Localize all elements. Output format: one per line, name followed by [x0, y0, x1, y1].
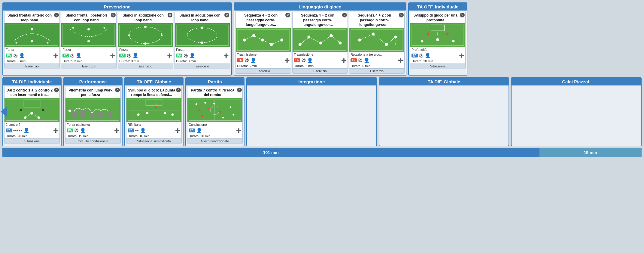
- svg-point-27: [252, 34, 255, 37]
- section-header-ta-dif-globale: TA DIF. Globale: [379, 78, 509, 85]
- section-header-prevenzione: Prevenzione: [3, 3, 231, 11]
- section-cards-ta-off-globale: ✕ Sviluppo di gioco: La punta rompe la l…: [125, 85, 183, 145]
- card-footer-tog1: Situazione semplificata: [126, 138, 181, 144]
- svg-point-90: [171, 113, 174, 116]
- add-icon-toi1[interactable]: ➕: [459, 53, 464, 58]
- svg-rect-0: [5, 23, 59, 47]
- card-image-p4: [175, 23, 230, 47]
- badge-ta-tdi1: TA: [6, 129, 12, 132]
- svg-point-67: [30, 112, 33, 115]
- person-icon-tdi1: 👤: [23, 128, 29, 133]
- add-icon-l1[interactable]: ➕: [284, 58, 290, 63]
- bottom-row: TA DIF. Individuale ✕ Dal 2 contro 1 al …: [2, 77, 642, 146]
- add-icon-p4[interactable]: ➕: [223, 53, 229, 58]
- badge-te-l1: TE: [237, 58, 243, 62]
- svg-point-68: [24, 116, 26, 119]
- card-badges-tog1: TA ●● 👤 ➕: [126, 127, 181, 134]
- card-footer-perf1: Circuito condizionale: [65, 138, 120, 144]
- badge-pa-perf1: PA: [67, 129, 73, 132]
- svg-point-97: [204, 102, 206, 104]
- section-header-performance: Performance: [64, 78, 122, 85]
- svg-point-59: [427, 33, 429, 35]
- svg-point-100: [207, 108, 209, 110]
- svg-point-48: [358, 39, 361, 42]
- svg-rect-6: [61, 23, 116, 47]
- section-header-ta-dif-individuale: TA DIF. Individuale: [3, 78, 61, 85]
- card-l3: ✕ Sequenza 4 + 2 con passaggio corto-lun…: [349, 12, 405, 74]
- card-label-p3: Forza: [118, 47, 173, 52]
- close-btn-l2[interactable]: ✕: [342, 13, 347, 17]
- section-header-ta-off-globale: TA OFF. Globale: [125, 78, 183, 85]
- svg-point-69: [38, 116, 40, 119]
- close-btn-p1[interactable]: ✕: [54, 13, 59, 17]
- section-calci-piazzati: Calci Piazzati: [511, 77, 642, 146]
- card-tdi1: ✕ Dal 2 contro 1 al 2 contro 2 con inser…: [4, 87, 60, 144]
- person-icon-l1: 👤: [250, 57, 256, 63]
- svg-point-2: [31, 40, 33, 42]
- add-icon-l2[interactable]: ➕: [341, 58, 346, 63]
- svg-point-8: [87, 28, 90, 30]
- card-duration-p1: Durata: 3 min: [5, 59, 59, 64]
- svg-point-87: [146, 112, 148, 114]
- card-title-tog1: Sviluppo di gioco: La punta rompe la lin…: [126, 87, 181, 98]
- section-prevenzione: Prevenzione ✕ Slanci frontali anterio co…: [2, 2, 232, 76]
- badge-pa-p3: PA: [119, 54, 126, 57]
- add-icon-p3[interactable]: ➕: [167, 53, 172, 58]
- add-icon-p1[interactable]: ➕: [53, 53, 58, 58]
- section-body-integrazione: [247, 85, 376, 146]
- close-btn-p2[interactable]: ✕: [111, 13, 116, 17]
- section-ta-off-globale: TA OFF. Globale ✕ Sviluppo di gioco: La …: [124, 77, 184, 146]
- close-btn-l1[interactable]: ✕: [285, 13, 290, 17]
- card-duration-part1: Durata: 20 min: [187, 134, 242, 138]
- svg-rect-55: [410, 23, 465, 47]
- add-icon-p2[interactable]: ➕: [110, 53, 115, 58]
- svg-point-15: [144, 26, 147, 28]
- section-ta-dif-individuale: TA DIF. Individuale ✕ Dal 2 contro 1 al …: [2, 77, 62, 146]
- close-btn-l3[interactable]: ✕: [399, 13, 404, 17]
- card-title-tdi1: Dal 2 contro 1 al 2 contro 2 con inserim…: [5, 87, 59, 98]
- svg-point-26: [243, 39, 246, 42]
- section-cards-linguaggio: ✕ Sequenza 4 + 2 con passaggio corto-lun…: [234, 11, 406, 75]
- card-badges-l2: TE ⚽ 👤 ➕: [293, 57, 348, 64]
- svg-point-60: [446, 33, 449, 35]
- svg-point-17: [128, 34, 130, 36]
- card-image-perf1: [65, 98, 120, 122]
- add-icon-l3[interactable]: ➕: [398, 58, 403, 63]
- card-duration-p2: Durata: 3 min: [61, 59, 116, 64]
- card-badges-l1: TE ⚽ 👤 ➕: [236, 57, 291, 64]
- add-icon-tdi1[interactable]: ➕: [53, 128, 58, 133]
- svg-point-5: [47, 42, 48, 44]
- card-image-p2: [61, 23, 116, 47]
- card-label-part1: Conclusione: [187, 122, 242, 127]
- person-icon-part1: 👤: [196, 128, 202, 133]
- card-badges-p3: PA ⚽ 👤 ➕: [118, 52, 173, 59]
- add-icon-part1[interactable]: ➕: [236, 128, 241, 133]
- add-icon-perf1[interactable]: ➕: [114, 128, 119, 133]
- close-btn-perf1[interactable]: ✕: [115, 88, 120, 92]
- card-footer-part1: Gioco condizionato: [187, 138, 242, 144]
- badge-ta-tog1: TA: [128, 129, 134, 132]
- card-title-part1: Partita 7 contro 7: ricerca del rombo: [187, 87, 242, 98]
- card-label-l3: Rotazione a tre gioc...: [349, 52, 404, 57]
- close-btn-p4[interactable]: ✕: [224, 13, 229, 17]
- bottom-bar-secondary-label: 19 min: [584, 150, 597, 155]
- add-icon-tog1[interactable]: ➕: [175, 128, 180, 133]
- close-btn-toi1[interactable]: ✕: [460, 13, 465, 17]
- main-container: Prevenzione ✕ Slanci frontali anterio co…: [0, 0, 644, 157]
- svg-point-103: [232, 114, 234, 116]
- close-btn-p3[interactable]: ✕: [168, 13, 172, 17]
- card-p2: ✕ Slanci frontali posteriori con loop ba…: [61, 12, 117, 69]
- close-btn-part1[interactable]: ✕: [237, 88, 242, 92]
- svg-rect-74: [65, 98, 120, 122]
- card-p4: ✕ Slanci in adduzione con loop band Forz…: [175, 12, 230, 69]
- card-badges-p2: PA ⚽ 👤 ➕: [61, 52, 116, 59]
- close-btn-tdi1[interactable]: ✕: [54, 88, 59, 92]
- card-label-l1: Trasmissione: [236, 52, 291, 57]
- badge-pa-p4: PA: [176, 54, 182, 57]
- person-icon-p1: 👤: [19, 53, 25, 58]
- section-cards-prevenzione: ✕ Slanci frontali anterio con loop band: [3, 11, 231, 70]
- svg-point-96: [196, 103, 197, 105]
- close-btn-tog1[interactable]: ✕: [176, 88, 181, 92]
- ball-icon-p3: ⚽: [127, 54, 131, 58]
- card-p1: ✕ Slanci frontali anterio con loop band: [4, 12, 60, 69]
